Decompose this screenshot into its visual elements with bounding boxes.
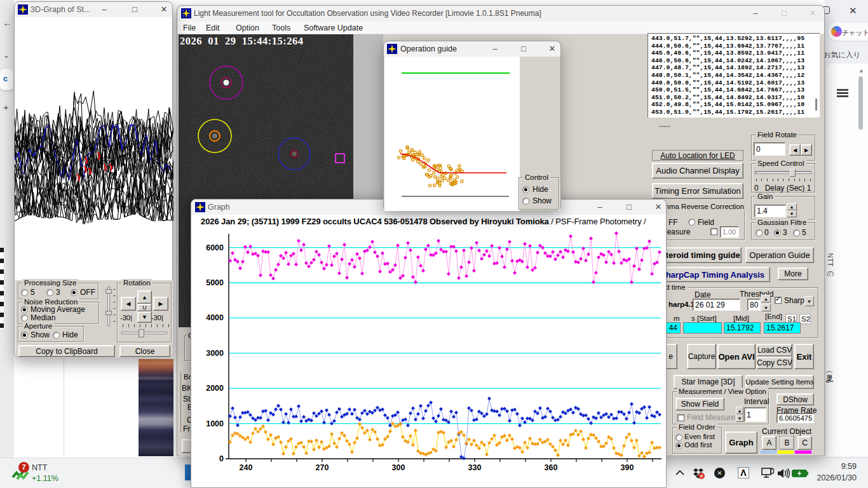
svg-text:✕: ✕ [700,473,704,479]
